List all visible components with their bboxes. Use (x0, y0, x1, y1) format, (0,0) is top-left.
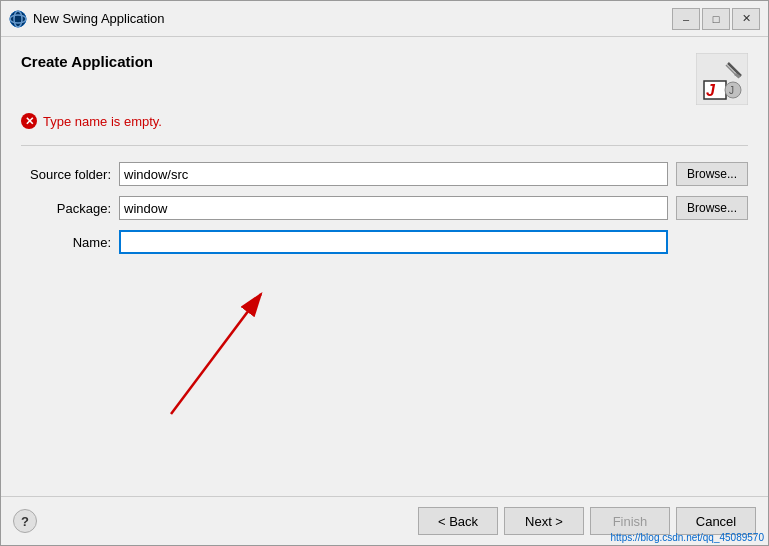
source-folder-browse-button[interactable]: Browse... (676, 162, 748, 186)
form-area: Source folder: Browse... Package: Browse… (21, 162, 748, 254)
error-icon: ✕ (21, 113, 37, 129)
next-button[interactable]: Next > (504, 507, 584, 535)
main-body (21, 264, 748, 484)
package-browse-button[interactable]: Browse... (676, 196, 748, 220)
svg-line-12 (171, 294, 261, 414)
name-row: Name: (21, 230, 748, 254)
source-folder-label: Source folder: (21, 167, 111, 182)
error-row: ✕ Type name is empty. (21, 113, 748, 129)
dialog-content: Create Application J J ✕ Type name is em… (1, 37, 768, 496)
dialog-footer: ? < Back Next > Finish Cancel (1, 496, 768, 545)
source-folder-input[interactable] (119, 162, 668, 186)
window-icon (9, 10, 27, 28)
titlebar: New Swing Application – □ ✕ (1, 1, 768, 37)
name-input[interactable] (119, 230, 668, 254)
svg-point-0 (10, 11, 26, 27)
finish-button[interactable]: Finish (590, 507, 670, 535)
svg-text:J: J (729, 85, 734, 96)
dialog-window: New Swing Application – □ ✕ Create Appli… (0, 0, 769, 546)
back-button[interactable]: < Back (418, 507, 498, 535)
minimize-button[interactable]: – (672, 8, 700, 30)
package-row: Package: Browse... (21, 196, 748, 220)
svg-text:J: J (706, 82, 716, 99)
separator (21, 145, 748, 146)
footer-left: ? (13, 509, 37, 533)
create-app-title: Create Application (21, 53, 153, 70)
arrow-annotation (141, 274, 341, 434)
header-row: Create Application J J (21, 53, 748, 105)
window-controls: – □ ✕ (672, 8, 760, 30)
name-label: Name: (21, 235, 111, 250)
help-button[interactable]: ? (13, 509, 37, 533)
error-message: Type name is empty. (43, 114, 162, 129)
create-app-heading: Create Application (21, 53, 153, 70)
close-button[interactable]: ✕ (732, 8, 760, 30)
package-label: Package: (21, 201, 111, 216)
source-folder-row: Source folder: Browse... (21, 162, 748, 186)
maximize-button[interactable]: □ (702, 8, 730, 30)
window-title: New Swing Application (33, 11, 672, 26)
cancel-button[interactable]: Cancel (676, 507, 756, 535)
package-input[interactable] (119, 196, 668, 220)
footer-right: < Back Next > Finish Cancel (418, 507, 756, 535)
jswing-logo-icon: J J (696, 53, 748, 105)
